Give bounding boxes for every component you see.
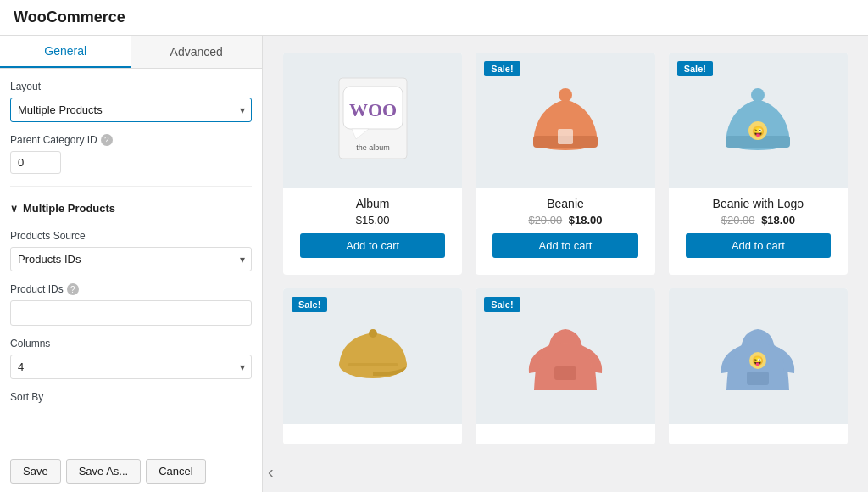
beanie-image xyxy=(519,70,612,171)
layout-field-group: Layout Multiple Products Single Product … xyxy=(10,81,252,122)
content-area: WOO — the album — Album $15.00 Add to ca… xyxy=(263,36,868,492)
product-card-hoodie-logo: 😜 xyxy=(669,288,848,444)
product-price-beanie: $20.00 $18.00 xyxy=(484,214,646,226)
product-ids-input[interactable] xyxy=(10,300,252,326)
footer-buttons: Save Save As... Cancel xyxy=(0,450,262,492)
product-card-beanie-logo: Sale! 😜 Beanie with Logo xyxy=(669,53,848,275)
product-ids-help-icon[interactable]: ? xyxy=(67,283,79,295)
parent-category-label: Parent Category ID ? xyxy=(10,134,252,146)
new-price-beanie-logo: $18.00 xyxy=(761,214,795,226)
product-image-wrapper-beanie: Sale! xyxy=(476,53,654,188)
save-as-button[interactable]: Save As... xyxy=(66,459,142,484)
product-ids-field-group: Product IDs ? xyxy=(10,283,252,326)
add-to-cart-beanie-logo[interactable]: Add to cart xyxy=(686,233,831,258)
product-info-hoodie-logo xyxy=(669,424,848,444)
add-to-cart-beanie[interactable]: Add to cart xyxy=(492,233,637,258)
app-title: WooCommerce xyxy=(14,8,125,26)
layout-select[interactable]: Multiple Products Single Product Custom xyxy=(10,98,252,122)
product-info-beanie: Beanie $20.00 $18.00 Add to cart xyxy=(476,188,654,275)
svg-text:😜: 😜 xyxy=(752,355,764,366)
tab-advanced[interactable]: Advanced xyxy=(131,36,263,68)
svg-point-15 xyxy=(369,329,377,338)
product-info-hoodie xyxy=(476,424,654,444)
product-info-beanie-logo: Beanie with Logo $20.00 $18.00 Add to ca… xyxy=(669,188,848,275)
svg-rect-7 xyxy=(558,129,573,144)
parent-category-field-group: Parent Category ID ? xyxy=(10,134,252,174)
product-image-wrapper-beanie-logo: Sale! 😜 xyxy=(669,53,848,188)
sale-badge-cap: Sale! xyxy=(292,297,327,312)
cancel-button[interactable]: Cancel xyxy=(146,459,205,484)
product-image-wrapper-cap: Sale! xyxy=(283,288,462,424)
old-price-beanie-logo: $20.00 xyxy=(721,214,755,226)
products-source-label: Products Source xyxy=(10,230,252,242)
columns-field-group: Columns 1 2 3 4 5 6 ▾ xyxy=(10,338,252,379)
product-image-wrapper-hoodie-logo: 😜 xyxy=(669,288,848,424)
svg-rect-16 xyxy=(348,363,398,366)
hoodie-logo-image: 😜 xyxy=(711,305,804,407)
parent-category-input[interactable] xyxy=(10,151,61,174)
sale-badge-beanie: Sale! xyxy=(484,61,520,76)
product-card-hoodie: Sale! xyxy=(476,288,654,444)
beanie-logo-image: 😜 xyxy=(711,70,804,171)
tab-general[interactable]: General xyxy=(0,36,131,68)
product-image-wrapper-hoodie: Sale! xyxy=(476,288,654,424)
svg-text:😜: 😜 xyxy=(752,125,765,137)
svg-point-8 xyxy=(559,88,572,102)
product-price-beanie-logo: $20.00 $18.00 xyxy=(677,214,839,226)
products-source-field-group: Products Source Products IDs Category Al… xyxy=(10,230,252,271)
product-card-cap: Sale! xyxy=(283,288,462,444)
sale-badge-beanie-logo: Sale! xyxy=(677,61,713,76)
collapse-icon: ∨ xyxy=(10,203,18,215)
columns-select-wrapper: 1 2 3 4 5 6 ▾ xyxy=(10,355,252,379)
products-source-select[interactable]: Products IDs Category All Products xyxy=(10,247,252,271)
product-image-wrapper-album: WOO — the album — xyxy=(283,53,462,188)
product-price-album: $15.00 xyxy=(292,214,453,226)
collapse-sidebar-button[interactable]: ‹ xyxy=(268,462,274,482)
product-name-beanie-logo: Beanie with Logo xyxy=(677,197,839,210)
multiple-products-section-header[interactable]: ∨ Multiple Products xyxy=(10,197,252,220)
columns-label: Columns xyxy=(10,338,252,349)
svg-point-13 xyxy=(751,88,765,102)
product-ids-label: Product IDs ? xyxy=(10,283,252,295)
svg-text:WOO: WOO xyxy=(349,99,397,120)
sort-by-field-group: Sort By xyxy=(10,391,252,403)
svg-text:— the album —: — the album — xyxy=(346,143,399,152)
svg-rect-17 xyxy=(554,366,576,380)
new-price-beanie: $18.00 xyxy=(569,214,603,226)
cap-image xyxy=(326,305,420,407)
layout-label: Layout xyxy=(10,81,252,92)
product-name-album: Album xyxy=(292,197,453,210)
tab-bar: General Advanced xyxy=(0,36,262,69)
sidebar-content: Layout Multiple Products Single Product … xyxy=(0,69,262,450)
hoodie-image xyxy=(519,305,612,407)
add-to-cart-album[interactable]: Add to cart xyxy=(300,233,445,258)
product-grid: WOO — the album — Album $15.00 Add to ca… xyxy=(283,53,848,444)
album-image: WOO — the album — xyxy=(326,70,420,171)
sort-by-label: Sort By xyxy=(10,391,252,403)
old-price-beanie: $20.00 xyxy=(528,214,562,226)
products-source-select-wrapper: Products IDs Category All Products ▾ xyxy=(10,247,252,271)
sale-badge-hoodie: Sale! xyxy=(484,297,520,312)
svg-rect-20 xyxy=(747,372,769,385)
product-name-beanie: Beanie xyxy=(484,197,646,210)
section-divider xyxy=(10,186,252,187)
parent-category-help-icon[interactable]: ? xyxy=(101,134,113,146)
save-button[interactable]: Save xyxy=(10,459,61,484)
product-card-album: WOO — the album — Album $15.00 Add to ca… xyxy=(283,53,462,275)
sidebar: General Advanced Layout Multiple Product… xyxy=(0,36,263,492)
columns-select[interactable]: 1 2 3 4 5 6 xyxy=(10,355,252,379)
product-info-cap xyxy=(283,424,462,444)
product-card-beanie: Sale! Beanie $20.00 xyxy=(476,53,654,275)
layout-select-wrapper: Multiple Products Single Product Custom … xyxy=(10,98,252,122)
product-info-album: Album $15.00 Add to cart xyxy=(283,188,462,275)
